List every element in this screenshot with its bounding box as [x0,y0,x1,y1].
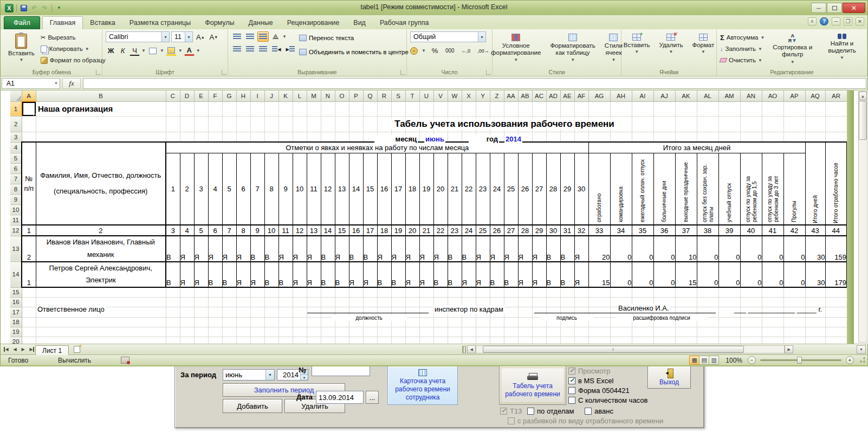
cell[interactable] [825,116,847,132]
close-button[interactable]: ✕ [843,3,865,13]
attendance-cell[interactable]: Я [574,262,588,288]
cell[interactable] [166,116,180,132]
format-as-table-button[interactable]: Форматировать как таблицу▼ [547,31,598,65]
cell[interactable] [740,132,762,142]
total-column-header[interactable]: отпуск по уходу за ребенком до 3 лет [762,153,783,225]
row-header-2[interactable]: 2 [10,116,22,132]
day-column-header[interactable]: 23 [476,153,490,225]
row-header-4[interactable]: 4 [10,142,22,153]
cell[interactable] [222,337,236,344]
timesheet-print-button[interactable]: Табель учета рабочего времени [499,366,566,405]
column-header-B[interactable]: B [36,91,166,101]
attendance-cell[interactable]: Я [208,236,222,262]
cell[interactable] [825,101,847,116]
cell[interactable] [433,101,448,116]
attendance-cell[interactable]: Я [278,236,293,262]
cell[interactable] [208,101,222,116]
cell[interactable] [250,307,264,317]
align-left-icon[interactable] [231,44,243,54]
total-cell[interactable]: 0 [718,236,740,262]
column-header-D[interactable]: D [180,91,194,101]
insert-cells-button[interactable]: + Вставить▼ [620,31,653,56]
cell[interactable] [419,116,433,132]
font-name-combobox[interactable]: Calibri▼ [106,31,170,42]
cell[interactable] [180,297,194,307]
row-header-13[interactable]: 13 [10,236,22,262]
cell[interactable] [236,307,250,317]
day-column-header[interactable]: 28 [546,153,560,225]
cell[interactable] [476,287,490,297]
cell[interactable] [762,101,783,116]
add-button[interactable]: Добавить [223,399,282,413]
cell[interactable] [476,337,490,344]
cell[interactable] [560,337,574,344]
cell[interactable] [222,317,236,327]
attendance-cell[interactable]: В [546,236,560,262]
cell[interactable] [653,132,675,142]
cell[interactable] [504,327,518,337]
cell[interactable] [208,287,222,297]
cell[interactable] [349,132,363,142]
cell[interactable] [825,287,847,297]
attendance-cell[interactable]: Я [405,262,419,288]
attendance-cell[interactable]: В [264,236,278,262]
cell[interactable] [518,297,532,307]
cell[interactable] [653,287,675,297]
cell[interactable] [546,116,560,132]
hscroll-thumb[interactable]: ⦀ [483,346,744,353]
row-header-9[interactable]: 9 [10,194,22,204]
cell[interactable] [264,317,278,327]
attendance-cell[interactable]: В [321,262,335,288]
column-number-cell[interactable]: 24 [462,225,476,236]
cell[interactable] [349,116,363,132]
cell[interactable] [335,101,349,116]
cell[interactable] [264,132,278,142]
cell[interactable] [36,317,166,327]
cell[interactable] [419,101,433,116]
total-column-header[interactable]: больничные дни [653,153,675,225]
cell[interactable] [610,287,632,297]
cell[interactable] [574,327,588,337]
attendance-cell[interactable]: В [504,262,518,288]
cell[interactable] [363,287,377,297]
checkbox-ms-excel[interactable]: в MS Excel [568,377,613,385]
column-number-cell[interactable]: 41 [762,225,783,236]
attendance-cell[interactable]: Я [419,236,433,262]
cell[interactable] [307,132,321,142]
day-column-header[interactable]: 4 [208,153,222,225]
cell[interactable] [377,101,391,116]
cell[interactable] [293,132,307,142]
cell[interactable] [560,287,574,297]
total-column-header[interactable]: отпуск по уходу за ребенком до 1,5 [740,153,762,225]
attendance-cell[interactable]: В [560,262,574,288]
cell[interactable] [762,116,783,132]
checkbox-icon[interactable] [527,408,534,415]
cell[interactable] [448,337,462,344]
attendance-cell[interactable]: Я [518,262,532,288]
checkbox-preview[interactable]: Просмотр [568,367,610,375]
column-header-AR[interactable]: AR [825,91,847,101]
cell[interactable] [166,317,180,327]
first-sheet-icon[interactable]: ◀ [3,345,11,353]
checkbox-by-departments[interactable]: по отделам [527,407,574,415]
zoom-out-icon[interactable]: − [748,356,756,364]
cell[interactable] [574,132,588,142]
cell[interactable] [588,287,610,297]
checkbox-by-worktime-type[interactable]: с разбивкой по виду отработанного времен… [508,417,663,425]
cell[interactable] [825,132,847,142]
day-column-header[interactable]: 11 [307,153,321,225]
cell[interactable] [335,337,349,344]
cell[interactable] [632,327,653,337]
checkbox-advance[interactable]: аванс [585,407,613,415]
row-header-11[interactable]: 11 [10,215,22,225]
cell[interactable] [36,327,166,337]
cell[interactable] [433,317,448,327]
cell[interactable] [321,337,335,344]
column-header-T[interactable]: T [405,91,419,101]
employee-no-cell[interactable]: 1 [22,262,36,288]
cell[interactable] [783,132,805,142]
cell[interactable] [518,327,532,337]
help-icon[interactable]: ? [820,17,828,25]
cell[interactable] [546,327,560,337]
cell[interactable] [222,132,236,142]
